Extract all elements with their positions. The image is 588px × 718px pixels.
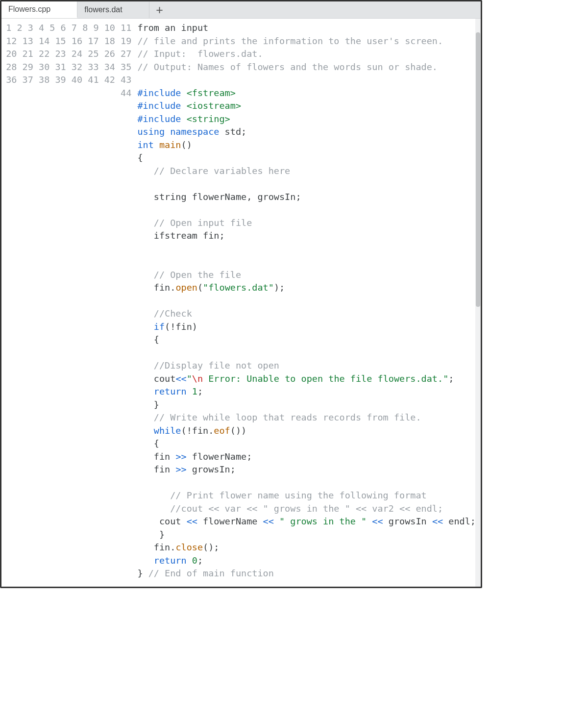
new-tab-button[interactable]: + bbox=[149, 1, 170, 18]
code-line: //cout << var << " grows in the " << var… bbox=[137, 502, 476, 516]
code-line: #include <fstream> bbox=[137, 87, 476, 100]
tab-flowers-cpp[interactable]: Flowers.cpp bbox=[1, 1, 77, 18]
code-line: { bbox=[137, 333, 476, 347]
code-line: #include <iostream> bbox=[137, 99, 476, 113]
tab-bar: Flowers.cpp flowers.dat + bbox=[1, 1, 481, 19]
code-line: return 1; bbox=[137, 385, 476, 398]
code-line: return 0; bbox=[137, 554, 476, 568]
tab-label: flowers.dat bbox=[84, 5, 122, 14]
code-line: int main() bbox=[137, 139, 476, 152]
code-line: // Print flower name using the following… bbox=[137, 489, 476, 502]
code-line: #include <string> bbox=[137, 113, 476, 126]
code-line: fin.open("flowers.dat"); bbox=[137, 281, 476, 295]
vertical-scrollbar-thumb[interactable] bbox=[476, 32, 480, 307]
code-line: cout<<"\n Error: Unable to open the file… bbox=[137, 372, 476, 386]
code-line bbox=[137, 476, 476, 490]
code-line bbox=[137, 177, 476, 191]
code-line: cout << flowerName << " grows in the " <… bbox=[137, 515, 476, 528]
code-line: // Open the file bbox=[137, 269, 476, 282]
code-area: 1 2 3 4 5 6 7 8 9 10 11 12 13 14 15 16 1… bbox=[1, 19, 481, 587]
code-line: //Check bbox=[137, 307, 476, 321]
code-line: string flowerName, growsIn; bbox=[137, 191, 476, 204]
code-line: { bbox=[137, 437, 476, 450]
code-line: } bbox=[137, 528, 476, 542]
code-line bbox=[137, 243, 476, 256]
code-line: fin >> flowerName; bbox=[137, 450, 476, 464]
code-line: ifstream fin; bbox=[137, 229, 476, 243]
code-line bbox=[137, 580, 476, 587]
code-line bbox=[137, 295, 476, 308]
line-number-gutter: 1 2 3 4 5 6 7 8 9 10 11 12 13 14 15 16 1… bbox=[1, 19, 134, 587]
code-line: { bbox=[137, 151, 476, 165]
code-line bbox=[137, 74, 476, 87]
code-line: // Write while loop that reads records f… bbox=[137, 411, 476, 424]
tab-label: Flowers.cpp bbox=[8, 5, 50, 14]
code-line: if(!fin) bbox=[137, 321, 476, 334]
code-line: using namespace std; bbox=[137, 125, 476, 139]
code-line: // Output: Names of flowers and the word… bbox=[137, 61, 476, 74]
code-line: } bbox=[137, 398, 476, 412]
code-line: //Display file not open bbox=[137, 359, 476, 372]
code-line bbox=[137, 347, 476, 360]
code-line: fin >> growsIn; bbox=[137, 463, 476, 476]
code-line: // Open input file bbox=[137, 217, 476, 230]
code-line: // file and prints the information to th… bbox=[137, 35, 476, 48]
code-line: while(!fin.eof()) bbox=[137, 424, 476, 438]
code-line: // Declare variables here bbox=[137, 165, 476, 178]
tab-flowers-dat[interactable]: flowers.dat bbox=[77, 1, 149, 18]
code-line: from an input bbox=[137, 22, 476, 35]
plus-icon: + bbox=[156, 3, 163, 17]
code-content[interactable]: from an input// file and prints the info… bbox=[134, 19, 481, 587]
code-line bbox=[137, 255, 476, 269]
code-line bbox=[137, 203, 476, 217]
code-line: fin.close(); bbox=[137, 541, 476, 554]
code-line: } // End of main function bbox=[137, 567, 476, 580]
editor-frame: Flowers.cpp flowers.dat + 1 2 3 4 5 6 7 … bbox=[0, 0, 482, 588]
code-line: // Input: flowers.dat. bbox=[137, 48, 476, 61]
vertical-scrollbar[interactable] bbox=[475, 19, 481, 587]
